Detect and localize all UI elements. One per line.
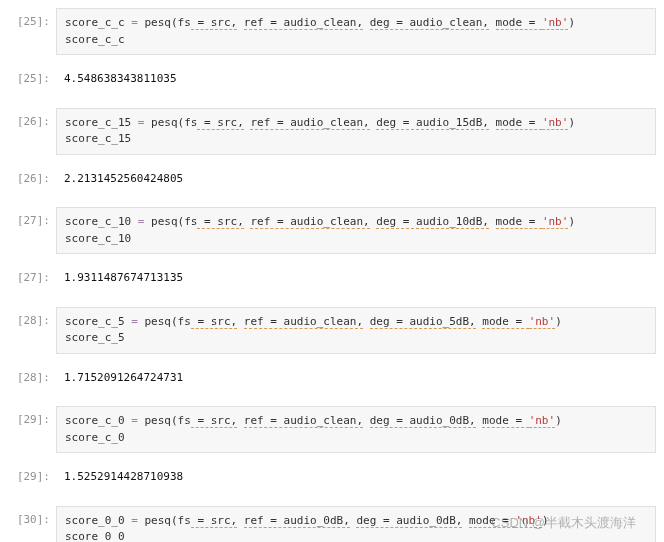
notebook-container: [25]:score_c_c = pesq(fs = src, ref = au…	[8, 8, 656, 542]
output-prompt: [27]:	[8, 264, 56, 293]
output-cell: [29]:1.5252914428710938	[8, 463, 656, 492]
output-cell: [27]:1.9311487674713135	[8, 264, 656, 293]
input-prompt: [26]:	[8, 108, 56, 155]
input-cell: [25]:score_c_c = pesq(fs = src, ref = au…	[8, 8, 656, 55]
code-input[interactable]: score_c_15 = pesq(fs = src, ref = audio_…	[56, 108, 656, 155]
input-cell: [30]:score_0_0 = pesq(fs = src, ref = au…	[8, 506, 656, 543]
code-input[interactable]: score_0_0 = pesq(fs = src, ref = audio_0…	[56, 506, 656, 543]
input-prompt: [25]:	[8, 8, 56, 55]
output-prompt: [25]:	[8, 65, 56, 94]
input-prompt: [28]:	[8, 307, 56, 354]
input-cell: [28]:score_c_5 = pesq(fs = src, ref = au…	[8, 307, 656, 354]
output-prompt: [26]:	[8, 165, 56, 194]
output-cell: [25]:4.548638343811035	[8, 65, 656, 94]
output-value: 1.5252914428710938	[56, 463, 656, 492]
input-cell: [29]:score_c_0 = pesq(fs = src, ref = au…	[8, 406, 656, 453]
input-cell: [26]:score_c_15 = pesq(fs = src, ref = a…	[8, 108, 656, 155]
output-value: 1.7152091264724731	[56, 364, 656, 393]
input-prompt: [30]:	[8, 506, 56, 543]
output-value: 2.2131452560424805	[56, 165, 656, 194]
input-prompt: [27]:	[8, 207, 56, 254]
input-cell: [27]:score_c_10 = pesq(fs = src, ref = a…	[8, 207, 656, 254]
input-prompt: [29]:	[8, 406, 56, 453]
code-input[interactable]: score_c_5 = pesq(fs = src, ref = audio_c…	[56, 307, 656, 354]
code-input[interactable]: score_c_10 = pesq(fs = src, ref = audio_…	[56, 207, 656, 254]
output-cell: [28]:1.7152091264724731	[8, 364, 656, 393]
code-input[interactable]: score_c_0 = pesq(fs = src, ref = audio_c…	[56, 406, 656, 453]
output-value: 1.9311487674713135	[56, 264, 656, 293]
output-value: 4.548638343811035	[56, 65, 656, 94]
output-prompt: [29]:	[8, 463, 56, 492]
code-input[interactable]: score_c_c = pesq(fs = src, ref = audio_c…	[56, 8, 656, 55]
output-cell: [26]:2.2131452560424805	[8, 165, 656, 194]
output-prompt: [28]:	[8, 364, 56, 393]
